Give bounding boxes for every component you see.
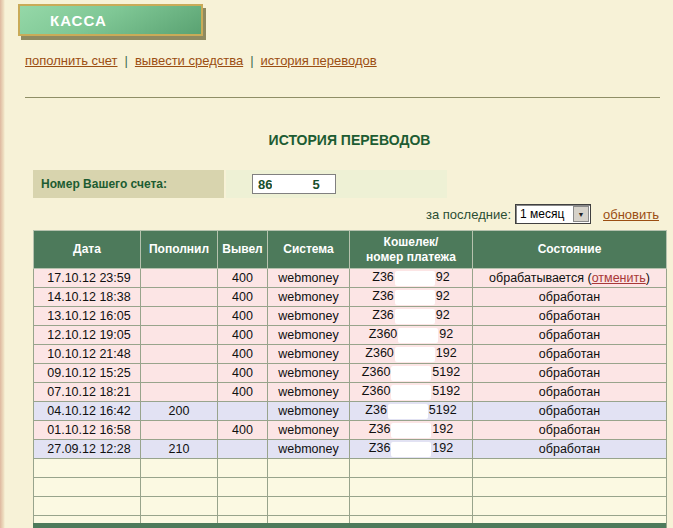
cell-withdraw: 400 bbox=[218, 288, 268, 307]
history-table-body: 17.10.12 23:59 400 webmoney Z3692 обраба… bbox=[34, 269, 667, 528]
cell-system: webmoney bbox=[268, 364, 350, 383]
nav-link-topup[interactable]: пополнить счет bbox=[25, 53, 118, 68]
cell-wallet: Z3692 bbox=[350, 288, 473, 307]
nav-separator: | bbox=[125, 53, 128, 68]
divider bbox=[25, 97, 660, 98]
cell-wallet: Z3605192 bbox=[350, 383, 473, 402]
period-filter-row: за последние: 1 месяц ▼ обновить bbox=[426, 204, 659, 224]
censored-wallet-digits bbox=[395, 309, 435, 324]
history-table: Дата Пополнил Вывел Система Кошелек/ ном… bbox=[33, 230, 667, 528]
censored-wallet-digits bbox=[395, 290, 435, 305]
cell-wallet: Z36092 bbox=[350, 326, 473, 345]
cell-wallet: Z360192 bbox=[350, 345, 473, 364]
cell-deposit: 210 bbox=[141, 440, 218, 459]
kassa-header-box: КАССА bbox=[18, 4, 203, 36]
cell-date: 17.10.12 23:59 bbox=[34, 269, 141, 288]
censored-wallet-digits bbox=[395, 271, 435, 286]
page-edge-strip bbox=[0, 0, 5, 528]
cell-withdraw: 400 bbox=[218, 364, 268, 383]
cell-date: 09.10.12 15:25 bbox=[34, 364, 141, 383]
cell-date: 13.10.12 16:05 bbox=[34, 307, 141, 326]
cell-wallet: Z36192 bbox=[350, 440, 473, 459]
table-row: 07.10.12 18:21 400 webmoney Z3605192 обр… bbox=[34, 383, 667, 402]
censored-wallet-digits bbox=[391, 423, 431, 438]
main-nav: пополнить счет|вывести средства|история … bbox=[25, 53, 377, 68]
cell-system: webmoney bbox=[268, 402, 350, 421]
cell-deposit bbox=[141, 269, 218, 288]
status-text: обработан bbox=[539, 366, 600, 380]
cell-wallet: Z3692 bbox=[350, 269, 473, 288]
cell-deposit bbox=[141, 288, 218, 307]
table-footer-strip bbox=[33, 523, 666, 528]
cell-date: 14.10.12 18:38 bbox=[34, 288, 141, 307]
table-header-row: Дата Пополнил Вывел Система Кошелек/ ном… bbox=[34, 231, 667, 269]
cell-wallet: Z3692 bbox=[350, 307, 473, 326]
cell-system: webmoney bbox=[268, 307, 350, 326]
table-row: 14.10.12 18:38 400 webmoney Z3692 обрабо… bbox=[34, 288, 667, 307]
period-select-value: 1 месяц bbox=[516, 207, 564, 221]
cell-status: обработан bbox=[473, 383, 667, 402]
account-number-prefix: 86 bbox=[258, 177, 272, 192]
cell-withdraw: 400 bbox=[218, 269, 268, 288]
table-row: 04.10.12 16:42 200 webmoney Z365192 обра… bbox=[34, 402, 667, 421]
cell-system: webmoney bbox=[268, 440, 350, 459]
cell-system: webmoney bbox=[268, 269, 350, 288]
cell-system: webmoney bbox=[268, 326, 350, 345]
status-text: обработан bbox=[539, 347, 600, 361]
chevron-down-icon[interactable]: ▼ bbox=[573, 206, 589, 222]
cell-system: webmoney bbox=[268, 288, 350, 307]
cell-deposit bbox=[141, 307, 218, 326]
account-label: Номер Вашего счета: bbox=[33, 177, 167, 191]
cell-status: обработан bbox=[473, 326, 667, 345]
censored-wallet-digits bbox=[391, 385, 431, 400]
status-text: обработан bbox=[539, 423, 600, 437]
page-title: КАССА bbox=[20, 12, 107, 29]
cell-deposit: 200 bbox=[141, 402, 218, 421]
account-number-suffix: 5 bbox=[312, 177, 319, 192]
account-label-cell: Номер Вашего счета: bbox=[33, 170, 224, 198]
nav-link-withdraw[interactable]: вывести средства bbox=[135, 53, 243, 68]
period-filter-label: за последние: bbox=[426, 207, 511, 222]
cell-date: 04.10.12 16:42 bbox=[34, 402, 141, 421]
table-row: 17.10.12 23:59 400 webmoney Z3692 обраба… bbox=[34, 269, 667, 288]
col-header-withdraw: Вывел bbox=[218, 231, 268, 269]
nav-separator: | bbox=[250, 53, 253, 68]
cell-withdraw bbox=[218, 440, 268, 459]
empty-table-row bbox=[34, 478, 667, 497]
table-row: 13.10.12 16:05 400 webmoney Z3692 обрабо… bbox=[34, 307, 667, 326]
account-number-input[interactable]: 865 bbox=[252, 174, 336, 194]
censored-account-digits bbox=[272, 177, 312, 191]
cell-status: обработан bbox=[473, 288, 667, 307]
cell-system: webmoney bbox=[268, 383, 350, 402]
cell-status: обработан bbox=[473, 307, 667, 326]
col-header-date: Дата bbox=[34, 231, 141, 269]
cancel-link[interactable]: отменить bbox=[592, 271, 646, 285]
nav-link-history[interactable]: история переводов bbox=[261, 53, 377, 68]
table-row: 01.10.12 16:58 400 webmoney Z36192 обраб… bbox=[34, 421, 667, 440]
cell-withdraw bbox=[218, 402, 268, 421]
cell-system: webmoney bbox=[268, 421, 350, 440]
censored-wallet-digits bbox=[388, 404, 428, 419]
refresh-link[interactable]: обновить bbox=[603, 207, 659, 222]
cell-status: обработан bbox=[473, 345, 667, 364]
col-header-status: Состояние bbox=[473, 231, 667, 269]
period-select[interactable]: 1 месяц ▼ bbox=[515, 204, 591, 224]
account-value-cell: 865 bbox=[226, 170, 447, 198]
table-row: 09.10.12 15:25 400 webmoney Z3605192 обр… bbox=[34, 364, 667, 383]
col-header-deposit: Пополнил bbox=[141, 231, 218, 269]
status-text: обработан bbox=[539, 290, 600, 304]
status-text: обработан bbox=[539, 309, 600, 323]
cell-system: webmoney bbox=[268, 345, 350, 364]
table-row: 27.09.12 12:28 210 webmoney Z36192 обраб… bbox=[34, 440, 667, 459]
cell-status: обработан bbox=[473, 421, 667, 440]
cell-deposit bbox=[141, 383, 218, 402]
cell-deposit bbox=[141, 364, 218, 383]
cell-withdraw: 400 bbox=[218, 345, 268, 364]
cell-deposit bbox=[141, 421, 218, 440]
censored-wallet-digits bbox=[391, 366, 431, 381]
cell-wallet: Z3605192 bbox=[350, 364, 473, 383]
censored-wallet-digits bbox=[398, 328, 438, 343]
cell-deposit bbox=[141, 345, 218, 364]
cell-wallet: Z365192 bbox=[350, 402, 473, 421]
empty-table-row bbox=[34, 459, 667, 478]
